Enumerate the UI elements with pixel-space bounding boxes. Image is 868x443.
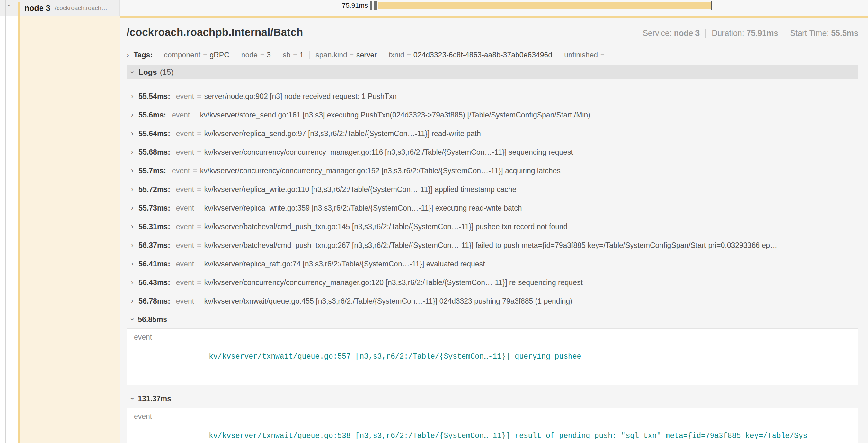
chevron-right-icon: › <box>131 204 133 211</box>
chevron-right-icon: › <box>131 130 133 137</box>
log-row[interactable]: › 55.7ms: event = kv/kvserver/concurrenc… <box>127 162 858 180</box>
tags-label: Tags: <box>134 51 153 59</box>
log-value: kv/kvserver/txnwait/queue.go:455 [n3,s3,… <box>204 297 573 306</box>
tag-span-kind: span.kind = server <box>309 51 382 59</box>
log-field: event <box>176 260 194 268</box>
equals-sign: = <box>197 260 201 268</box>
log-value: kv/kvserver/concurrency/concurrency_mana… <box>200 167 561 175</box>
tag-key: span.kind <box>315 51 347 59</box>
service-label: Service: <box>643 29 672 38</box>
log-row[interactable]: › 55.73ms: event = kv/kvserver/replica_w… <box>127 199 858 217</box>
tag-sb: sb = 1 <box>277 51 309 59</box>
log-row[interactable]: › 56.31ms: event = kv/kvserver/batcheval… <box>127 217 858 236</box>
meta-divider <box>706 29 706 38</box>
log-field: event <box>176 204 194 212</box>
equals-sign: = <box>197 92 201 101</box>
tag-key: unfinished <box>564 51 598 59</box>
chevron-down-icon[interactable]: › <box>7 5 12 6</box>
log-value-monospace: kv/kvserver/txnwait/queue.go:557 [n3,s3,… <box>209 332 581 382</box>
logs-section: › Logs (15) › 55.54ms: event = server/no… <box>127 65 858 443</box>
tag-key: txnid <box>389 51 404 59</box>
log-row[interactable]: › 55.54ms: event = server/node.go:902 [n… <box>127 87 858 106</box>
log-field: event <box>134 332 209 382</box>
tag-key: node <box>241 51 258 59</box>
equals-sign: = <box>197 185 201 194</box>
trace-timeline-view: › node 3 /cockroach.roach… 75.91ms /cock… <box>0 0 868 443</box>
chevron-right-icon: › <box>131 186 133 193</box>
span-end-tick <box>711 1 712 10</box>
chevron-down-icon: › <box>129 318 136 320</box>
tag-txnid: txnid = 024d3323-6c8f-4863-aa8b-37ab0e63… <box>382 51 558 59</box>
log-field: event <box>176 148 194 157</box>
log-value: server/node.go:902 [n3] node received re… <box>204 92 397 101</box>
chevron-right-icon: › <box>131 260 133 267</box>
log-timestamp: 56.78ms: <box>138 297 170 306</box>
logs-title: Logs <box>138 68 157 77</box>
log-field: event <box>172 111 190 120</box>
log-timestamp: 55.68ms: <box>138 148 170 157</box>
tag-node: node = 3 <box>235 51 277 59</box>
span-row-tab[interactable]: node 3 /cockroach.roach… <box>24 0 107 16</box>
logs-count: (15) <box>160 68 174 77</box>
span-duration-label: 75.91ms <box>315 0 368 10</box>
log-value: kv/kvserver/batcheval/cmd_push_txn.go:26… <box>204 241 777 250</box>
log-row[interactable]: › 55.6ms: event = kv/kvserver/store_send… <box>127 106 858 124</box>
log-timestamp: 55.54ms: <box>138 92 170 101</box>
log-row[interactable]: › 55.68ms: event = kv/kvserver/concurren… <box>127 143 858 162</box>
duration-value: 75.91ms <box>747 29 778 38</box>
chevron-right-icon: › <box>131 298 133 305</box>
equals-sign: = <box>197 241 201 250</box>
log-row-expanded-header[interactable]: › 56.85ms <box>127 310 858 329</box>
equals-sign: = <box>293 52 297 59</box>
span-service-name: node 3 <box>24 3 51 13</box>
chevron-down-icon: › <box>129 398 136 400</box>
tag-key: component <box>164 51 200 59</box>
equals-sign: = <box>197 297 201 306</box>
equals-sign: = <box>260 52 264 59</box>
log-value: kv/kvserver/store_send.go:161 [n3,s3] ex… <box>200 111 590 120</box>
span-color-strip <box>18 2 20 443</box>
chevron-right-icon: › <box>131 93 133 100</box>
span-bar[interactable] <box>378 2 712 9</box>
duration-label: Duration: <box>712 29 744 38</box>
log-field: event <box>176 297 194 306</box>
tag-value: server <box>356 51 377 59</box>
tag-unfinished: unfinished = <box>558 51 613 59</box>
span-title: /cockroach.roachpb.Internal/Batch <box>127 26 303 38</box>
log-timestamp: 56.41ms: <box>138 260 170 268</box>
chevron-right-icon: › <box>131 223 133 230</box>
log-row[interactable]: › 56.37ms: event = kv/kvserver/batcheval… <box>127 236 858 254</box>
log-value: kv/kvserver/replica_write.go:359 [n3,s3,… <box>204 204 522 212</box>
log-field: event <box>176 278 194 287</box>
chevron-right-icon: › <box>131 149 133 156</box>
span-meta: Service: node 3 Duration: 75.91ms Start … <box>643 29 858 38</box>
equals-sign: = <box>193 167 197 175</box>
log-row[interactable]: › 56.78ms: event = kv/kvserver/txnwait/q… <box>127 292 858 310</box>
log-field: event <box>176 223 194 231</box>
log-value: kv/kvserver/concurrency/concurrency_mana… <box>204 278 583 287</box>
log-row[interactable]: › 55.72ms: event = kv/kvserver/replica_w… <box>127 180 858 199</box>
tag-value: 3 <box>267 51 271 59</box>
meta-divider <box>784 29 784 38</box>
tag-value: 1 <box>300 51 304 59</box>
span-operation-name: /cockroach.roach… <box>55 4 107 11</box>
tags-accordion[interactable]: › Tags: component = gRPC node = 3 sb = 1… <box>127 48 858 61</box>
header-divider <box>127 44 858 44</box>
log-timestamp: 56.37ms: <box>138 241 170 250</box>
equals-sign: = <box>350 52 354 59</box>
service-value: node 3 <box>674 29 700 38</box>
logs-accordion-header[interactable]: › Logs (15) <box>127 65 858 79</box>
span-detail-panel: /cockroach.roachpb.Internal/Batch Servic… <box>120 16 868 443</box>
tag-component: component = gRPC <box>158 51 235 59</box>
equals-sign: = <box>197 204 201 212</box>
log-row[interactable]: › 56.41ms: event = kv/kvserver/replica_r… <box>127 254 858 273</box>
log-event-card: event kv/kvserver/txnwait/queue.go:557 [… <box>127 329 858 385</box>
log-row[interactable]: › 55.64ms: event = kv/kvserver/replica_s… <box>127 124 858 143</box>
log-event-card: event kv/kvserver/txnwait/queue.go:538 [… <box>127 408 858 443</box>
log-row[interactable]: › 56.43ms: event = kv/kvserver/concurren… <box>127 273 858 292</box>
start-time-label: Start Time: <box>790 29 829 38</box>
equals-sign: = <box>407 52 411 59</box>
log-value: kv/kvserver/concurrency/concurrency_mana… <box>204 148 573 157</box>
log-row-expanded-header[interactable]: › 131.37ms <box>127 390 858 408</box>
log-timestamp: 55.72ms: <box>138 185 170 194</box>
